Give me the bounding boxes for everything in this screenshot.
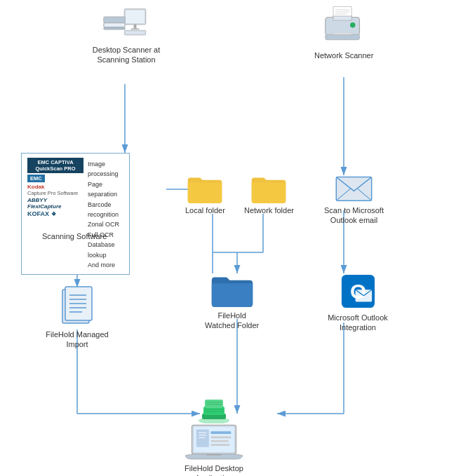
managed-import-icon xyxy=(60,284,95,327)
svg-rect-68 xyxy=(206,454,222,456)
svg-rect-19 xyxy=(131,29,140,30)
svg-rect-24 xyxy=(104,17,126,23)
desktop-scanner-label: Desktop Scanner at Scanning Station xyxy=(91,45,161,65)
outlook-integration-node: O Microsoft Outlook Integration xyxy=(319,272,396,333)
svg-rect-66 xyxy=(211,440,229,442)
svg-rect-67 xyxy=(211,444,230,446)
svg-rect-65 xyxy=(211,437,232,439)
watched-folder-node: FileHoldWatched Folder xyxy=(205,272,259,331)
desktop-scanner-icon xyxy=(102,7,151,42)
network-scanner-icon xyxy=(319,6,368,48)
local-folder-icon xyxy=(187,174,223,203)
filehold-desktop-icon xyxy=(196,394,232,423)
local-folder-node: Local folder xyxy=(185,174,225,215)
svg-rect-31 xyxy=(333,16,351,20)
managed-import-node: FileHold Managed Import xyxy=(42,284,112,350)
network-folder-icon xyxy=(250,174,287,203)
outlook-icon: O xyxy=(339,272,377,311)
svg-rect-34 xyxy=(326,34,360,40)
watched-folder-label: FileHoldWatched Folder xyxy=(205,311,259,331)
network-scanner-label: Network Scanner xyxy=(314,50,373,60)
desktop-scanner-node: Desktop Scanner at Scanning Station xyxy=(91,7,161,65)
local-folder-label: Local folder xyxy=(185,205,225,215)
laptop-icon xyxy=(182,423,246,462)
scanning-software-box: EMC CAPTIVAQuickScan PRO EMC KodakCaptur… xyxy=(21,153,130,275)
svg-rect-60 xyxy=(196,430,209,447)
filehold-desktop-label: FileHold DesktopApplication xyxy=(185,463,243,476)
managed-import-label: FileHold Managed Import xyxy=(42,329,112,350)
network-folder-node: Network folder xyxy=(244,174,294,215)
outlook-integration-label: Microsoft Outlook Integration xyxy=(319,313,396,333)
watched-folder-icon xyxy=(210,272,254,308)
envelope-icon xyxy=(335,174,373,203)
svg-rect-21 xyxy=(126,32,145,34)
svg-rect-25 xyxy=(104,27,126,29)
svg-point-32 xyxy=(350,22,356,28)
network-scanner-node: Network Scanner xyxy=(314,6,373,60)
diagram: Desktop Scanner at Scanning Station Netw… xyxy=(0,0,456,476)
svg-rect-17 xyxy=(126,10,145,23)
svg-rect-53 xyxy=(205,400,223,408)
scan-to-email-label: Scan to MicrosoftOutlook email xyxy=(324,205,384,226)
svg-rect-23 xyxy=(105,23,124,26)
svg-rect-64 xyxy=(211,431,232,434)
scanning-software-label: Scanning Software xyxy=(42,231,107,241)
svg-rect-18 xyxy=(134,25,137,29)
scan-to-email-node: Scan to MicrosoftOutlook email xyxy=(324,174,384,226)
filehold-desktop-node: FileHold DesktopApplication xyxy=(182,394,246,476)
network-folder-label: Network folder xyxy=(244,205,294,215)
